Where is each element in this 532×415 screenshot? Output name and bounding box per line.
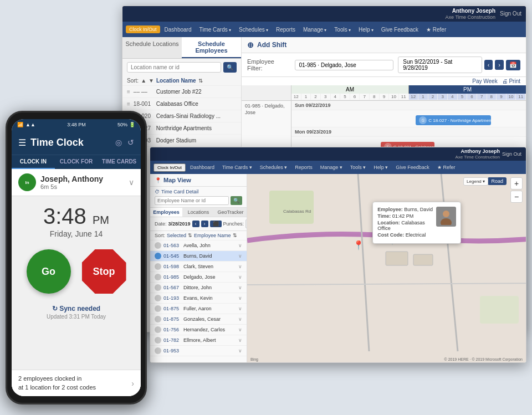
employee-filter-input[interactable] bbox=[295, 60, 393, 70]
list-item[interactable]: 01-756 Hernandez, Carlos ∨ bbox=[150, 325, 247, 335]
clock-status-row[interactable]: In Joseph, Anthony 6m 5s ∨ bbox=[12, 169, 141, 196]
sort-icon-up[interactable]: ▲ bbox=[141, 78, 146, 84]
map-nav-reports[interactable]: Reports bbox=[291, 163, 316, 171]
sort-selected-label: Selected bbox=[167, 233, 186, 238]
list-item[interactable]: 01-985 Delgado, Jose ∨ bbox=[150, 272, 247, 283]
nav-manage[interactable]: Manage bbox=[300, 25, 330, 34]
tab-schedule-employees[interactable]: Schedule Employees bbox=[182, 37, 241, 58]
nav-dashboard[interactable]: Dashboard bbox=[161, 25, 195, 34]
date-next-button[interactable]: › bbox=[495, 60, 504, 70]
sort-field[interactable]: Location Name bbox=[156, 78, 196, 84]
add-shift-label: Add Shift bbox=[257, 41, 287, 49]
map-tab-geotracker[interactable]: GeoTracker bbox=[214, 208, 247, 217]
map-zoom-in-button[interactable]: + bbox=[510, 177, 523, 189]
tab-time-cards[interactable]: TIME CARDS bbox=[98, 155, 141, 169]
map-sign-out-button[interactable]: Sign Out bbox=[502, 151, 521, 157]
date-prev-btn[interactable]: ‹ bbox=[192, 221, 200, 227]
list-item[interactable]: 01-598 Clark, Steven ∨ bbox=[150, 262, 247, 272]
list-item[interactable]: 01-953 ∨ bbox=[150, 346, 247, 356]
hour-cell: 2 bbox=[311, 94, 321, 100]
map-nav-timecards[interactable]: Time Cards ▾ bbox=[219, 163, 255, 171]
map-nav-dashboard[interactable]: Dashboard bbox=[187, 163, 218, 171]
tc-search-input[interactable] bbox=[155, 196, 229, 205]
emp-id: 01-953 bbox=[163, 348, 181, 353]
tab-schedule-locations[interactable]: Schedule Locations bbox=[122, 37, 182, 58]
print-button[interactable]: 🖨 Print bbox=[502, 78, 520, 84]
refresh-icon[interactable]: ↺ bbox=[127, 138, 134, 147]
emp-avatar-icon bbox=[155, 305, 161, 312]
emp-id: 01-875 bbox=[163, 316, 181, 322]
map-legend-button[interactable]: Legend ▾ bbox=[463, 177, 488, 186]
clock-inout-button[interactable]: Clock In/Out bbox=[126, 25, 160, 33]
date-calendar-button[interactable]: 📅 bbox=[506, 60, 520, 70]
tc-search-button[interactable]: 🔍 bbox=[231, 196, 242, 205]
emp-name: Burns, David bbox=[183, 253, 212, 259]
list-item[interactable]: 01-782 Ellmore, Albert ∨ bbox=[150, 335, 247, 346]
timeline-header-label bbox=[242, 85, 291, 100]
list-item[interactable]: ≡ 18-001 Calabasas Office bbox=[122, 98, 241, 110]
add-shift-header: ⊕ Add Shift bbox=[242, 37, 526, 53]
map-nav-tools[interactable]: Tools ▾ bbox=[347, 163, 370, 171]
map-nav-refer[interactable]: ★ Refer bbox=[434, 163, 459, 171]
location-search-input[interactable] bbox=[127, 62, 221, 73]
map-nav-manage[interactable]: Manage ▾ bbox=[317, 163, 346, 171]
map-tab-employees[interactable]: Employees bbox=[150, 208, 182, 217]
tab-clock-for[interactable]: CLOCK FOR bbox=[55, 155, 98, 169]
emp-id: 01-782 bbox=[163, 337, 181, 343]
hour-cell: 3 bbox=[438, 94, 448, 100]
nav-refer[interactable]: ★ Refer bbox=[423, 25, 449, 34]
expand-icon: ∨ bbox=[238, 253, 242, 259]
bottom-line2: at 1 location for 2 cost codes bbox=[18, 383, 96, 392]
list-item[interactable]: 01-875 Fuller, Aaron ∨ bbox=[150, 304, 247, 314]
emp-card-avatar bbox=[436, 207, 456, 227]
emp-name: Dittore, John bbox=[183, 285, 212, 290]
app-title: Time Clock bbox=[30, 137, 111, 148]
phone-bottom-info[interactable]: 2 employees clocked in at 1 location for… bbox=[12, 370, 141, 396]
map-zoom-out-button[interactable]: − bbox=[510, 191, 523, 203]
date-calendar-btn[interactable]: ⬛ bbox=[210, 221, 222, 227]
map-sidebar: 📍 Map View ⏱ Time Card Detail 🔍 Employee… bbox=[150, 174, 247, 362]
list-item[interactable]: 01-193 Evans, Kevin ∨ bbox=[150, 293, 247, 304]
list-item[interactable]: ≡ –– –– Customer Job #22 bbox=[122, 86, 241, 98]
list-item[interactable]: 01-875 Gonzales, Cesar ∨ bbox=[150, 314, 247, 325]
phone-tab-bar: CLOCK IN CLOCK FOR TIME CARDS bbox=[12, 155, 141, 169]
phone-app-header: ☰ Time Clock ◎ ↺ bbox=[12, 130, 141, 155]
nav-schedules[interactable]: Schedules bbox=[236, 25, 272, 34]
map-nav-schedules[interactable]: Schedules ▾ bbox=[257, 163, 291, 171]
sort-label: Sort: bbox=[155, 233, 165, 238]
list-item[interactable]: 01-545 Burns, David ∨ bbox=[150, 251, 247, 262]
tab-clock-in[interactable]: CLOCK IN bbox=[12, 155, 55, 169]
location-icon[interactable]: ◎ bbox=[115, 138, 122, 147]
schedule-bar[interactable]: ① C 18-027 · Northridge Apartments Pipin… bbox=[416, 115, 490, 125]
sign-out-button[interactable]: Sign Out bbox=[500, 11, 521, 17]
date-next-btn[interactable]: › bbox=[201, 221, 208, 227]
hour-cell: 7 bbox=[360, 94, 370, 100]
hamburger-menu-icon[interactable]: ☰ bbox=[18, 137, 26, 148]
phone-mockup: 📶 ▲▲ 3:48 PM 50% 🔋 ☰ Time Clock ◎ ↺ CLOC… bbox=[6, 111, 147, 404]
sort-icon-down[interactable]: ▼ bbox=[149, 78, 154, 84]
expand-icon: ∨ bbox=[238, 285, 242, 290]
date-value: 3/28/2019 bbox=[168, 221, 191, 227]
location-search-button[interactable]: 🔍 bbox=[223, 62, 237, 73]
nav-tools[interactable]: Tools bbox=[331, 25, 354, 34]
sync-status-label: ↻ Sync needed bbox=[18, 305, 134, 312]
list-item[interactable]: 01-567 Dittore, John ∨ bbox=[150, 283, 247, 293]
map-nav-feedback[interactable]: Give Feedback bbox=[392, 163, 433, 171]
map-marker-1[interactable]: 📍 bbox=[353, 240, 364, 250]
nav-feedback[interactable]: Give Feedback bbox=[378, 25, 422, 34]
list-item[interactable]: 01-563 Avella, John ∨ bbox=[150, 240, 247, 251]
map-clock-btn[interactable]: Clock In/Out bbox=[154, 163, 186, 172]
go-button[interactable]: Go bbox=[27, 249, 71, 294]
nav-reports[interactable]: Reports bbox=[273, 25, 299, 34]
sort-arrows2: ⇅ bbox=[233, 233, 237, 238]
date-prev-button[interactable]: ‹ bbox=[484, 60, 493, 70]
nav-timecards[interactable]: Time Cards bbox=[196, 25, 234, 34]
nav-help[interactable]: Help bbox=[355, 25, 377, 34]
map-road-toggle[interactable]: Road bbox=[488, 177, 507, 185]
map-nav-help[interactable]: Help ▾ bbox=[370, 163, 391, 171]
top-nav-bar: Anthony Joseph Axe Time Construction Sig… bbox=[122, 6, 526, 22]
map-tab-locations[interactable]: Locations bbox=[182, 208, 214, 217]
person-name: Jose bbox=[245, 110, 288, 116]
stop-button[interactable]: Stop bbox=[82, 249, 126, 294]
emp-avatar-icon bbox=[155, 316, 161, 322]
